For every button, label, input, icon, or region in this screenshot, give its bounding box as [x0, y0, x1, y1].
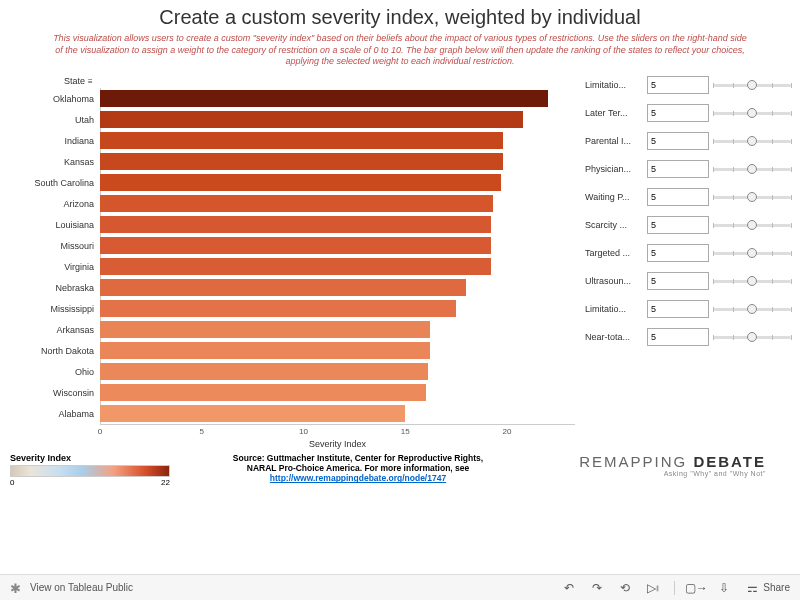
weight-slider[interactable]	[713, 106, 791, 120]
bar[interactable]	[100, 321, 430, 338]
source-link[interactable]: http://www.remappingdebate.org/node/1747	[270, 473, 446, 483]
weight-slider[interactable]	[713, 218, 791, 232]
bar[interactable]	[100, 111, 523, 128]
bar-row[interactable]: Alabama	[8, 403, 575, 424]
weight-label: Waiting P...	[585, 192, 643, 202]
weight-slider[interactable]	[713, 190, 791, 204]
slider-thumb[interactable]	[747, 136, 757, 146]
axis-title-text: State	[64, 76, 85, 86]
weight-slider[interactable]	[713, 246, 791, 260]
bar-label: Arizona	[8, 199, 100, 209]
bar-row[interactable]: Kansas	[8, 151, 575, 172]
present-icon[interactable]: ▢→	[689, 581, 703, 595]
weight-label: Ultrasoun...	[585, 276, 643, 286]
refresh-icon[interactable]: ▷∥	[646, 581, 660, 595]
bar-label: Wisconsin	[8, 388, 100, 398]
weight-slider[interactable]	[713, 330, 791, 344]
bar[interactable]	[100, 132, 503, 149]
bar[interactable]	[100, 216, 491, 233]
weight-input[interactable]	[647, 132, 709, 150]
share-button[interactable]: ⚎ Share	[745, 581, 790, 595]
weight-slider[interactable]	[713, 134, 791, 148]
tableau-logo-icon[interactable]	[10, 581, 24, 595]
bar-label: Alabama	[8, 409, 100, 419]
weight-input[interactable]	[647, 160, 709, 178]
slider-thumb[interactable]	[747, 220, 757, 230]
redo-icon[interactable]: ↷	[590, 581, 604, 595]
bar[interactable]	[100, 279, 466, 296]
slider-thumb[interactable]	[747, 248, 757, 258]
bar-row[interactable]: Missouri	[8, 235, 575, 256]
bar-row[interactable]: North Dakota	[8, 340, 575, 361]
weight-input[interactable]	[647, 216, 709, 234]
bar[interactable]	[100, 258, 491, 275]
bar[interactable]	[100, 174, 501, 191]
weight-control-row: Later Ter...	[585, 104, 792, 122]
x-axis-label: Severity Index	[100, 439, 575, 449]
weight-slider[interactable]	[713, 302, 791, 316]
slider-thumb[interactable]	[747, 304, 757, 314]
bar-row[interactable]: Virginia	[8, 256, 575, 277]
download-icon[interactable]: ⇩	[717, 581, 731, 595]
slider-thumb[interactable]	[747, 108, 757, 118]
weight-slider[interactable]	[713, 274, 791, 288]
sort-icon[interactable]: ≡	[88, 77, 93, 86]
weight-input[interactable]	[647, 76, 709, 94]
weight-label: Parental I...	[585, 136, 643, 146]
weight-control-row: Physician...	[585, 160, 792, 178]
bar-row[interactable]: Indiana	[8, 130, 575, 151]
bar-row[interactable]: Louisiana	[8, 214, 575, 235]
bar[interactable]	[100, 195, 493, 212]
bar-row[interactable]: Oklahoma	[8, 88, 575, 109]
weight-input[interactable]	[647, 104, 709, 122]
bar[interactable]	[100, 300, 456, 317]
bar-row[interactable]: Utah	[8, 109, 575, 130]
weight-label: Limitatio...	[585, 304, 643, 314]
bar-row[interactable]: Wisconsin	[8, 382, 575, 403]
slider-thumb[interactable]	[747, 332, 757, 342]
bar-row[interactable]: Ohio	[8, 361, 575, 382]
bar[interactable]	[100, 342, 430, 359]
bar-row[interactable]: South Carolina	[8, 172, 575, 193]
bar[interactable]	[100, 90, 548, 107]
weight-control-row: Ultrasoun...	[585, 272, 792, 290]
weight-label: Targeted ...	[585, 248, 643, 258]
legend-gradient	[10, 465, 170, 477]
bar[interactable]	[100, 363, 428, 380]
slider-thumb[interactable]	[747, 276, 757, 286]
bar-label: Oklahoma	[8, 94, 100, 104]
bar-label: Mississippi	[8, 304, 100, 314]
bar[interactable]	[100, 237, 491, 254]
weight-input[interactable]	[647, 244, 709, 262]
weight-slider[interactable]	[713, 162, 791, 176]
revert-icon[interactable]: ⟲	[618, 581, 632, 595]
page-title: Create a custom severity index, weighted…	[20, 6, 780, 29]
weight-input[interactable]	[647, 188, 709, 206]
bar-label: Arkansas	[8, 325, 100, 335]
slider-thumb[interactable]	[747, 164, 757, 174]
weight-slider[interactable]	[713, 78, 791, 92]
weight-input[interactable]	[647, 272, 709, 290]
x-tick: 0	[98, 427, 102, 436]
bar-row[interactable]: Nebraska	[8, 277, 575, 298]
bar[interactable]	[100, 405, 405, 422]
bar-label: North Dakota	[8, 346, 100, 356]
bar-label: Ohio	[8, 367, 100, 377]
x-tick: 5	[200, 427, 204, 436]
view-on-public-link[interactable]: View on Tableau Public	[30, 582, 133, 593]
bar-label: Utah	[8, 115, 100, 125]
bar-row[interactable]: Mississippi	[8, 298, 575, 319]
bar-row[interactable]: Arkansas	[8, 319, 575, 340]
undo-icon[interactable]: ↶	[562, 581, 576, 595]
weight-input[interactable]	[647, 328, 709, 346]
y-axis-title[interactable]: State ≡	[8, 76, 575, 86]
slider-thumb[interactable]	[747, 80, 757, 90]
bar-label: Virginia	[8, 262, 100, 272]
weight-input[interactable]	[647, 300, 709, 318]
bar-row[interactable]: Arizona	[8, 193, 575, 214]
bar-label: Louisiana	[8, 220, 100, 230]
slider-thumb[interactable]	[747, 192, 757, 202]
bar[interactable]	[100, 384, 426, 401]
bar[interactable]	[100, 153, 503, 170]
legend-title: Severity Index	[10, 453, 210, 463]
